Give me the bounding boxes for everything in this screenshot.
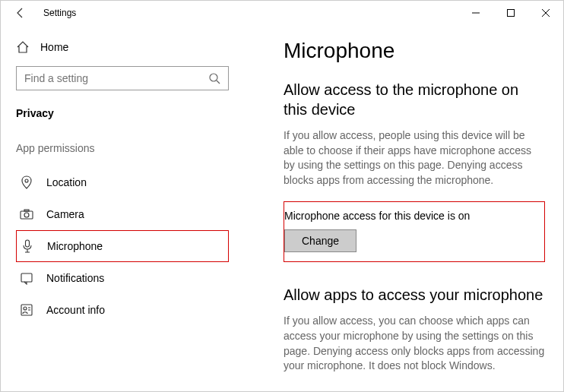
sidebar: Home Privacy App permissions Location bbox=[1, 25, 244, 391]
search-icon bbox=[208, 72, 220, 84]
main-panel: Microphone Allow access to the microphon… bbox=[244, 25, 563, 391]
microphone-icon bbox=[20, 239, 35, 253]
sidebar-item-location[interactable]: Location bbox=[16, 166, 229, 198]
svg-point-2 bbox=[210, 74, 217, 81]
group-label: App permissions bbox=[16, 142, 229, 154]
settings-window: Settings Home bbox=[0, 0, 564, 392]
sidebar-item-label: Camera bbox=[46, 208, 84, 220]
sidebar-item-camera[interactable]: Camera bbox=[16, 198, 229, 230]
search-input[interactable] bbox=[24, 72, 208, 84]
sidebar-item-label: Account info bbox=[46, 304, 105, 316]
access-status-box: Microphone access for this device is on … bbox=[284, 201, 545, 262]
svg-line-3 bbox=[217, 81, 220, 84]
svg-point-6 bbox=[24, 213, 29, 217]
sidebar-item-account-info[interactable]: Account info bbox=[16, 294, 229, 326]
svg-rect-9 bbox=[21, 273, 32, 282]
home-icon bbox=[16, 40, 30, 54]
account-icon bbox=[19, 303, 34, 317]
window-controls bbox=[458, 2, 563, 24]
section2-desc: If you allow access, you can choose whic… bbox=[284, 314, 545, 373]
sidebar-item-label: Microphone bbox=[47, 240, 103, 252]
svg-rect-8 bbox=[26, 240, 30, 247]
notifications-icon bbox=[19, 271, 34, 285]
titlebar: Settings bbox=[1, 1, 563, 25]
svg-point-4 bbox=[25, 179, 28, 182]
change-button[interactable]: Change bbox=[284, 229, 356, 252]
sidebar-item-label: Location bbox=[46, 176, 87, 188]
section1-desc: If you allow access, people using this d… bbox=[284, 128, 545, 188]
home-nav[interactable]: Home bbox=[16, 34, 229, 66]
content: Home Privacy App permissions Location bbox=[1, 25, 563, 391]
svg-rect-7 bbox=[24, 210, 29, 211]
window-title: Settings bbox=[33, 8, 76, 18]
sidebar-item-notifications[interactable]: Notifications bbox=[16, 262, 229, 294]
svg-rect-1 bbox=[508, 10, 515, 17]
sidebar-item-label: Notifications bbox=[46, 272, 104, 284]
section1-title: Allow access to the microphone on this d… bbox=[284, 80, 545, 119]
home-label: Home bbox=[40, 41, 68, 53]
section2-title: Allow apps to access your microphone bbox=[284, 285, 545, 305]
back-button[interactable] bbox=[14, 7, 33, 19]
section-label: Privacy bbox=[16, 107, 229, 119]
camera-icon bbox=[19, 207, 34, 221]
maximize-button[interactable] bbox=[493, 2, 528, 24]
sidebar-item-microphone[interactable]: Microphone bbox=[16, 230, 229, 262]
access-status-text: Microphone access for this device is on bbox=[284, 210, 544, 222]
page-heading: Microphone bbox=[284, 39, 545, 63]
search-box[interactable] bbox=[16, 66, 229, 90]
close-button[interactable] bbox=[528, 2, 563, 24]
location-icon bbox=[19, 175, 34, 189]
svg-point-11 bbox=[24, 307, 27, 310]
minimize-button[interactable] bbox=[458, 2, 493, 24]
